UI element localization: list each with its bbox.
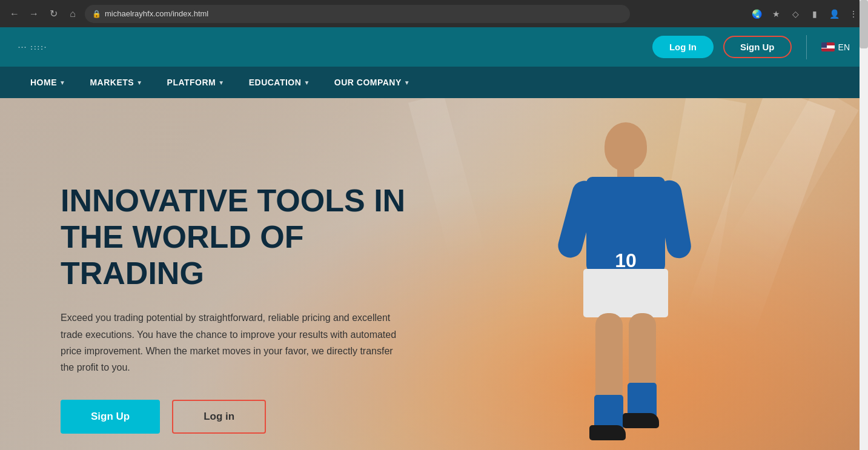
nav-education-label: EDUCATION xyxy=(249,78,302,87)
nav-item-home[interactable]: HOME ▼ xyxy=(18,67,78,98)
chevron-down-icon: ▼ xyxy=(136,79,142,86)
header-signup-button[interactable]: Sign Up xyxy=(723,36,792,58)
hero-content: INNOVATIVE TOOLS IN THE WORLD OF TRADING… xyxy=(61,183,454,434)
hero-login-button[interactable]: Log in xyxy=(172,400,266,434)
chevron-down-icon: ▼ xyxy=(404,79,410,86)
translate-button[interactable]: 🌏 xyxy=(749,7,764,21)
chevron-down-icon: ▼ xyxy=(303,79,310,86)
reload-button[interactable]: ↻ xyxy=(46,7,61,21)
nav-item-our-company[interactable]: OUR COMPANY ▼ xyxy=(322,67,422,98)
hero-title-line1: INNOVATIVE TOOLS IN xyxy=(61,183,405,218)
bookmark-button[interactable]: ★ xyxy=(769,7,783,21)
address-bar[interactable]: 🔒 michaelrayhfx.com/index.html xyxy=(85,5,630,23)
back-button[interactable]: ← xyxy=(7,7,22,21)
hero-title: INNOVATIVE TOOLS IN THE WORLD OF TRADING xyxy=(61,183,454,291)
scrollbar[interactable] xyxy=(860,0,868,450)
nav-markets-label: MARKETS xyxy=(90,78,134,87)
header-divider xyxy=(806,35,807,59)
player-shorts xyxy=(583,269,668,317)
url-text: michaelrayhfx.com/index.html xyxy=(105,9,208,18)
site-navigation: HOME ▼ MARKETS ▼ PLATFORM ▼ EDUCATION ▼ … xyxy=(0,67,868,98)
player-torso: 10 xyxy=(586,177,665,274)
hero-signup-button[interactable]: Sign Up xyxy=(61,400,160,434)
nav-item-education[interactable]: EDUCATION ▼ xyxy=(237,67,322,98)
language-selector[interactable]: EN xyxy=(821,42,850,52)
hero-description: Exceed you trading potential by straight… xyxy=(61,309,400,376)
nav-item-platform[interactable]: PLATFORM ▼ xyxy=(155,67,237,98)
player-body: 10 xyxy=(505,122,747,449)
home-button[interactable]: ⌂ xyxy=(65,7,80,21)
scrollbar-thumb[interactable] xyxy=(860,0,868,48)
sidebar-toggle-button[interactable]: ▮ xyxy=(807,7,822,21)
nav-platform-label: PLATFORM xyxy=(167,78,216,87)
site-header: ··· ::::· Log In Sign Up EN xyxy=(0,27,868,67)
hero-section: 10 INNOVATIVE TOOLS IN THE WORLD OF TRAD… xyxy=(0,98,868,450)
lock-icon: 🔒 xyxy=(92,10,101,18)
player-head xyxy=(605,122,647,171)
nav-item-markets[interactable]: MARKETS ▼ xyxy=(78,67,154,98)
nav-our-company-label: OUR COMPANY xyxy=(334,78,402,87)
forward-button[interactable]: → xyxy=(27,7,41,21)
profile-button[interactable]: 👤 xyxy=(827,7,841,21)
player-shoe-left xyxy=(589,425,626,440)
browser-chrome: ← → ↻ ⌂ 🔒 michaelrayhfx.com/index.html 🌏… xyxy=(0,0,868,27)
lang-label: EN xyxy=(838,42,850,52)
logo-area: ··· ::::· xyxy=(18,44,47,51)
logo-text: ··· ::::· xyxy=(18,44,47,51)
header-login-button[interactable]: Log In xyxy=(652,36,714,58)
flag-icon xyxy=(821,42,835,51)
menu-button[interactable]: ⋮ xyxy=(846,7,861,21)
extensions-button[interactable]: ◇ xyxy=(788,7,803,21)
chevron-down-icon: ▼ xyxy=(218,79,224,86)
browser-actions: 🌏 ★ ◇ ▮ 👤 ⋮ xyxy=(749,7,861,21)
header-right: Log In Sign Up EN xyxy=(652,35,850,59)
chevron-down-icon: ▼ xyxy=(59,79,65,86)
player-shoe-right xyxy=(623,413,659,428)
hero-buttons: Sign Up Log in xyxy=(61,400,454,434)
nav-home-label: HOME xyxy=(30,78,57,87)
hero-title-line2: THE WORLD OF TRADING xyxy=(61,219,304,291)
player-figure: 10 xyxy=(505,122,747,449)
